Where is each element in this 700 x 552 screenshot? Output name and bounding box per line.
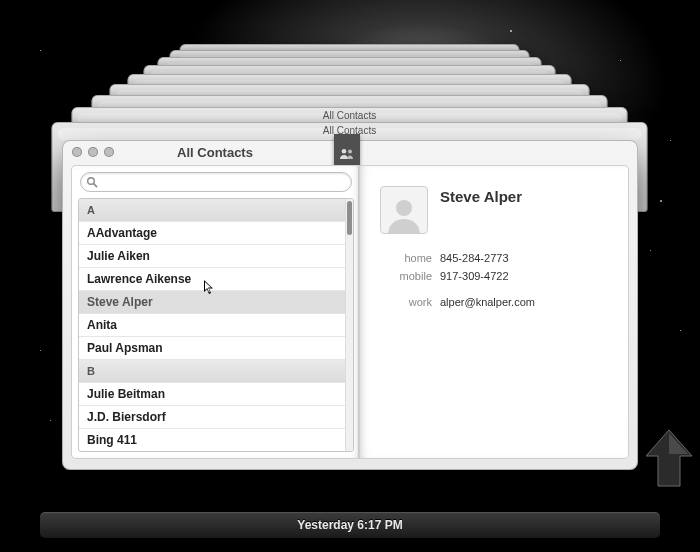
contact-row[interactable]: Anita bbox=[79, 314, 346, 337]
contact-row[interactable]: Paul Apsman bbox=[79, 337, 346, 360]
desktop: All Contacts All Contacts All Contacts bbox=[0, 0, 700, 552]
search-field[interactable] bbox=[80, 172, 352, 192]
field-value[interactable]: 845-284-2773 bbox=[440, 252, 509, 264]
timeline-bar[interactable]: Yesterday 6:17 PM bbox=[40, 512, 660, 538]
search-icon bbox=[86, 176, 98, 188]
svg-point-4 bbox=[396, 200, 412, 216]
contact-row[interactable]: AAdvantage bbox=[79, 222, 346, 245]
svg-line-3 bbox=[94, 184, 97, 187]
field-label: work bbox=[380, 296, 432, 308]
contact-row[interactable]: Julie Beitman bbox=[79, 383, 346, 406]
timeline-label: Yesterday 6:17 PM bbox=[297, 518, 402, 532]
field-value[interactable]: alper@knalper.com bbox=[440, 296, 535, 308]
window-title: All Contacts bbox=[80, 145, 350, 160]
time-machine-stack: All Contacts All Contacts bbox=[350, 0, 351, 1]
scrollbar[interactable] bbox=[345, 199, 353, 451]
contacts-list-page: AAAdvantageJulie AikenLawrence AikenseSt… bbox=[72, 166, 360, 458]
cursor-icon bbox=[204, 280, 216, 300]
arrow-up-icon bbox=[644, 428, 694, 498]
field-label: mobile bbox=[380, 270, 432, 282]
contacts-window: All Contacts AAAdvantageJulie AikenLawre… bbox=[62, 140, 638, 470]
contacts-list: AAAdvantageJulie AikenLawrence AikenseSt… bbox=[78, 198, 354, 452]
field-label: home bbox=[380, 252, 432, 264]
avatar[interactable] bbox=[380, 186, 428, 234]
field-value[interactable]: 917-309-4722 bbox=[440, 270, 509, 282]
section-header: A bbox=[79, 199, 346, 222]
section-header: B bbox=[79, 360, 346, 383]
scroll-thumb[interactable] bbox=[347, 201, 352, 235]
forward-arrow-button[interactable] bbox=[644, 428, 694, 502]
search-input[interactable] bbox=[101, 173, 345, 191]
contact-row[interactable]: Bing 411 bbox=[79, 429, 346, 451]
contact-name: Steve Alper bbox=[440, 188, 522, 205]
contact-card-page: Steve Alper home845-284-2773mobile917-30… bbox=[360, 166, 628, 458]
contact-row[interactable]: J.D. Biersdorf bbox=[79, 406, 346, 429]
person-icon bbox=[384, 193, 424, 233]
contact-row[interactable]: Julie Aiken bbox=[79, 245, 346, 268]
titlebar: All Contacts bbox=[62, 140, 350, 164]
